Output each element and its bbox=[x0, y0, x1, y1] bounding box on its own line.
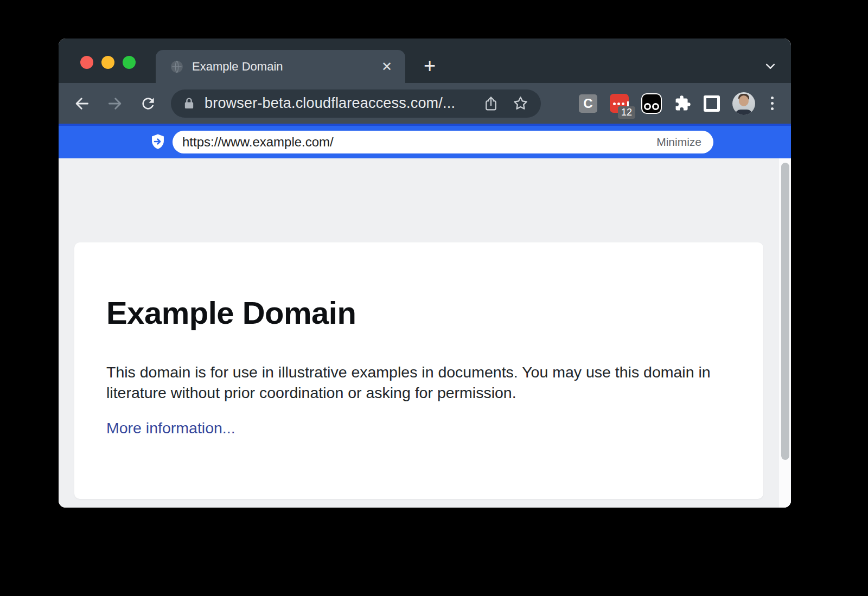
browser-window: Example Domain ✕ + bbox=[59, 39, 791, 508]
tab-close-icon[interactable]: ✕ bbox=[380, 59, 393, 74]
favicon-globe-icon bbox=[170, 60, 184, 74]
bookmark-star-icon[interactable] bbox=[512, 95, 529, 112]
isolation-banner: https://www.example.com/ Minimize bbox=[59, 124, 791, 158]
reload-button[interactable] bbox=[138, 93, 158, 114]
extensions-row: C 12 bbox=[579, 92, 791, 115]
tab-title: Example Domain bbox=[192, 60, 380, 74]
avatar-shoulders bbox=[735, 110, 752, 115]
tab-example-domain[interactable]: Example Domain ✕ bbox=[156, 50, 405, 83]
shield-arrow-icon bbox=[149, 133, 167, 152]
side-panel-icon[interactable] bbox=[704, 95, 720, 112]
extension-password-icon[interactable]: 12 bbox=[610, 94, 629, 113]
browser-menu-kebab-icon[interactable] bbox=[768, 94, 777, 112]
minimize-window-button[interactable] bbox=[101, 56, 114, 69]
browser-toolbar: browser-beta.cloudflareaccess.com/... C … bbox=[59, 83, 791, 124]
forward-button[interactable] bbox=[105, 93, 125, 114]
extensions-puzzle-icon[interactable] bbox=[674, 95, 691, 112]
isolated-url-value: https://www.example.com/ bbox=[182, 134, 656, 150]
back-button[interactable] bbox=[72, 93, 92, 114]
tab-strip: Example Domain ✕ + bbox=[59, 39, 791, 83]
share-icon[interactable] bbox=[483, 95, 499, 112]
page-title: Example Domain bbox=[106, 294, 731, 331]
extension-c-icon[interactable]: C bbox=[579, 94, 597, 113]
zoom-window-button[interactable] bbox=[123, 56, 136, 69]
password-dots-icon bbox=[613, 101, 629, 106]
traffic-lights bbox=[80, 56, 136, 69]
page-viewport: Example Domain This domain is for use in… bbox=[59, 158, 791, 508]
new-tab-button[interactable]: + bbox=[419, 55, 441, 76]
scrollbar-thumb[interactable] bbox=[781, 163, 789, 460]
more-information-link[interactable]: More information... bbox=[106, 419, 235, 437]
minimize-banner-button[interactable]: Minimize bbox=[656, 136, 701, 149]
address-bar-url: browser-beta.cloudflareaccess.com/... bbox=[205, 95, 470, 112]
page-paragraph: This domain is for use in illustrative e… bbox=[106, 362, 731, 403]
lock-icon bbox=[183, 97, 195, 110]
extension-badge: 12 bbox=[618, 106, 635, 119]
isolated-url-input[interactable]: https://www.example.com/ Minimize bbox=[173, 131, 713, 153]
scrollbar-track[interactable] bbox=[779, 158, 791, 508]
address-bar[interactable]: browser-beta.cloudflareaccess.com/... bbox=[171, 89, 541, 118]
example-domain-card: Example Domain This domain is for use in… bbox=[74, 242, 763, 499]
close-window-button[interactable] bbox=[80, 56, 93, 69]
avatar-face bbox=[739, 95, 749, 106]
extension-two-circles-icon[interactable] bbox=[641, 93, 662, 114]
profile-avatar[interactable] bbox=[732, 92, 755, 115]
tab-list-chevron-down-icon[interactable] bbox=[762, 58, 778, 76]
